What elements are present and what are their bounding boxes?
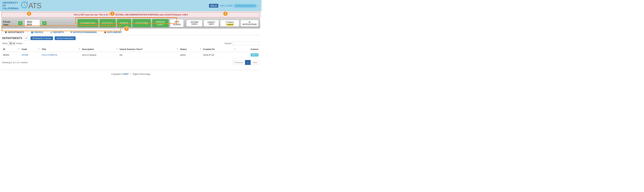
search-input[interactable] bbox=[233, 42, 260, 45]
welcome-label: WELCOME, bbox=[220, 4, 234, 7]
col-created[interactable]: Created On⇅ bbox=[202, 46, 236, 52]
callout-1: 1 bbox=[110, 11, 115, 16]
tab-notifications-label: NOTIFICATIONS/EMAIL bbox=[73, 31, 97, 34]
legend-pill: Legend bbox=[226, 24, 234, 26]
show-label: Show bbox=[2, 42, 8, 44]
table-row: 86049 UC000 UCLA CAMPUS UCLA Campus No a… bbox=[2, 52, 260, 58]
pencil-icon: ✎ bbox=[256, 54, 257, 56]
sort-icon: ⇅ bbox=[38, 48, 40, 50]
page-1[interactable]: 1 bbox=[245, 60, 250, 65]
footer: Copyright © DGIT | Digital Technology bbox=[1, 70, 260, 78]
col-status[interactable]: Status⇅ bbox=[179, 46, 202, 52]
ucla-badge: UCLA bbox=[209, 4, 218, 8]
status-label: Status bbox=[228, 21, 234, 23]
col-actions: Actions bbox=[236, 46, 260, 52]
cell-status: active bbox=[179, 52, 202, 58]
uc-logo-text: UNIVERSITY OF CALIFORNIA bbox=[2, 1, 18, 10]
cell-title-link[interactable]: UCLA CAMPUS bbox=[42, 54, 57, 56]
main-nav: DASHBOARD FACULTY FORMS ACTIVITIES ANNUA… bbox=[78, 19, 184, 27]
people-icon: 👥 bbox=[31, 31, 34, 33]
system-stats-button[interactable]: SYSTEM STATS bbox=[186, 20, 202, 26]
header-bar: UNIVERSITY OF CALIFORNIA ATS UCLA WELCOM… bbox=[0, 0, 262, 12]
pagination: Previous 1 Next bbox=[232, 60, 260, 65]
sort-icon: ⇅ bbox=[177, 48, 178, 50]
entries-control: Show 25 entries bbox=[2, 42, 23, 45]
chevron-down-icon[interactable]: ⌄ bbox=[257, 4, 259, 7]
nav-dashboard[interactable]: DASHBOARD bbox=[78, 19, 98, 27]
sort-icon: ⇅ bbox=[78, 48, 80, 50]
prev-page[interactable]: Previous bbox=[232, 60, 245, 65]
entries-select[interactable]: 25 bbox=[8, 42, 16, 45]
uc-line1: UNIVERSITY bbox=[2, 1, 18, 4]
cell-code-link[interactable]: UC000 bbox=[22, 54, 28, 56]
cell-description: UCLA Campus bbox=[81, 52, 118, 58]
dept-title: DEPARTMENTS bbox=[2, 37, 22, 40]
filter-button[interactable]: ⇄ bbox=[24, 36, 29, 40]
entries-label: entries bbox=[16, 42, 23, 44]
tab-departments[interactable]: 🏛 DEPARTMENTS bbox=[1, 30, 28, 35]
tab-reports-label: REPORTS bbox=[53, 31, 64, 34]
uc-line3: CALIFORNIA bbox=[2, 7, 18, 10]
copyright-label: Copyright © bbox=[111, 73, 123, 75]
toolbar: Fiscal Year: < 2022 - 2023 > DASHBOARD F… bbox=[1, 18, 260, 28]
building-icon: 🏛 bbox=[5, 31, 7, 34]
callout-3: 3 bbox=[223, 11, 228, 16]
import-icon: 📥 bbox=[104, 31, 106, 33]
uc-line2: OF bbox=[2, 4, 18, 7]
fy-next-button[interactable]: > bbox=[42, 21, 46, 25]
callout-4: 4 bbox=[124, 26, 129, 31]
search-label: Search: bbox=[224, 42, 232, 44]
search-control: Search: bbox=[224, 42, 260, 45]
clock-icon bbox=[20, 1, 28, 10]
nav-activities[interactable]: ACTIVITIES bbox=[132, 19, 151, 27]
dgit-link[interactable]: DGIT bbox=[123, 73, 128, 75]
digital-tech-label: Digital Technology bbox=[132, 73, 150, 75]
cell-id: 86049 bbox=[2, 52, 20, 58]
tab-data-import[interactable]: 📥 DATA IMPORT bbox=[100, 30, 126, 35]
sort-icon: ⇅ bbox=[200, 48, 201, 50]
welcome-text[interactable]: WELCOME, ⌄ bbox=[220, 4, 259, 7]
username-blurred bbox=[234, 4, 256, 7]
notifications-label: NOTIFICATIONS bbox=[242, 23, 257, 25]
mail-icon: ✉ bbox=[249, 21, 250, 23]
oats-logo: ATS bbox=[20, 1, 41, 10]
fy-prev-button[interactable]: < bbox=[18, 21, 22, 25]
nav-forms[interactable]: FORMS bbox=[117, 19, 131, 27]
right-buttons: SYSTEM STATS LEGACY OATS ⓘ Status Legend… bbox=[186, 20, 258, 26]
cell-created: 2019-07-02 bbox=[202, 52, 236, 58]
tab-reports[interactable]: 📊 REPORTS bbox=[46, 30, 67, 35]
col-inherit[interactable]: Inherit Summer Term?⇅ bbox=[118, 46, 179, 52]
col-code[interactable]: Code⇅ bbox=[20, 46, 40, 52]
sort-icon: ⇅ bbox=[234, 48, 236, 50]
warning-banner: This is NOT your live site. This is for … bbox=[1, 12, 260, 18]
all-requests-button[interactable]: All Requests In Queue bbox=[30, 36, 53, 40]
col-id[interactable]: ID⇅ bbox=[2, 46, 20, 52]
callout-2: 2 bbox=[26, 11, 32, 16]
legacy-oats-button[interactable]: LEGACY OATS bbox=[204, 20, 219, 26]
mail-icon: ✉ bbox=[70, 31, 72, 33]
info-icon: ⓘ bbox=[226, 21, 228, 23]
tab-people[interactable]: 👥 PEOPLE bbox=[28, 30, 46, 35]
next-page[interactable]: Next bbox=[250, 60, 260, 65]
nav-app-admin[interactable]: APP ADMIN bbox=[170, 19, 184, 27]
filter-icon: ⇄ bbox=[26, 37, 27, 40]
status-button[interactable]: ⓘ Status Legend bbox=[220, 20, 239, 26]
nav-annual-cert[interactable]: ANNUAL CERT. bbox=[152, 19, 169, 27]
departments-table: ID⇅ Code⇅ Title⇅ Description⇅ Inherit Su… bbox=[2, 46, 260, 58]
tab-departments-label: DEPARTMENTS bbox=[8, 31, 24, 34]
welcome-area: UCLA WELCOME, ⌄ bbox=[209, 4, 259, 8]
logo-area: UNIVERSITY OF CALIFORNIA ATS bbox=[2, 1, 41, 10]
tab-data-import-label: DATA IMPORT bbox=[107, 31, 122, 34]
sort-icon: ⇅ bbox=[116, 48, 118, 50]
nav-faculty[interactable]: FACULTY bbox=[100, 19, 116, 27]
tab-notifications-email[interactable]: ✉ NOTIFICATIONS/EMAIL bbox=[67, 30, 100, 35]
notifications-button[interactable]: ✉ NOTIFICATIONS bbox=[240, 20, 258, 26]
sort-icon: ⇅ bbox=[18, 48, 20, 50]
edit-button[interactable]: Edit ✎ bbox=[250, 53, 258, 56]
col-title[interactable]: Title⇅ bbox=[40, 46, 81, 52]
dept-header: DEPARTMENTS ⇄ All Requests In Queue Annu… bbox=[2, 36, 260, 40]
col-description[interactable]: Description⇅ bbox=[81, 46, 118, 52]
annual-cert-button[interactable]: Annual Certifications bbox=[55, 36, 76, 40]
table-footer: Showing 1 to 1 of 1 entries Previous 1 N… bbox=[2, 60, 260, 65]
oats-text: ATS bbox=[28, 2, 41, 10]
